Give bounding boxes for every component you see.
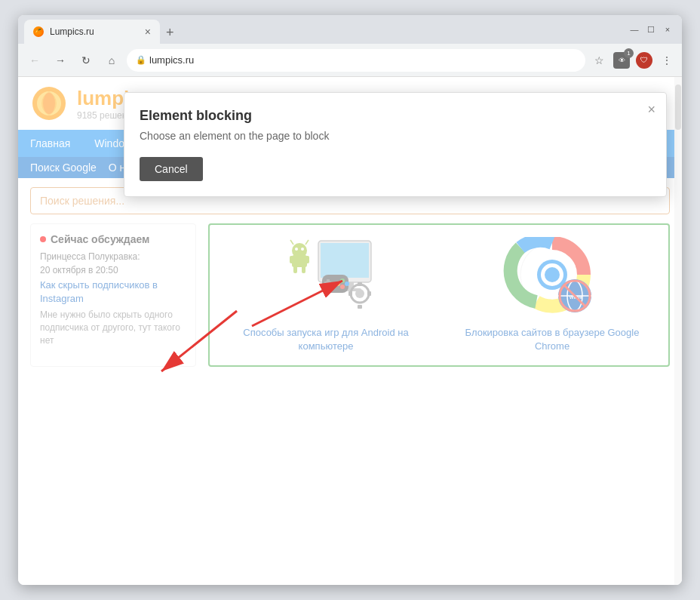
close-window-button[interactable]: × (662, 24, 673, 35)
window-controls: — ☐ × (629, 24, 676, 35)
menu-icon[interactable]: ⋮ (658, 51, 676, 69)
ext-badge: 👁 (619, 57, 625, 64)
dialog-close-button[interactable]: × (647, 102, 655, 118)
active-tab[interactable]: 🍊 Lumpics.ru × (24, 20, 160, 44)
ext-badge-count: 1 (624, 48, 634, 58)
tab-close-button[interactable]: × (145, 26, 151, 38)
element-blocking-dialog: Element blocking Choose an element on th… (124, 92, 667, 197)
url-input[interactable]: 🔒 lumpics.ru (127, 49, 585, 72)
bookmark-icon[interactable]: ☆ (590, 51, 608, 69)
toolbar-icons: ☆ 👁 1 🛡 ⋮ (590, 51, 676, 69)
tab-favicon: 🍊 (33, 26, 44, 37)
dialog-description: Choose an element on the page to block (140, 130, 651, 142)
extension-icon-1[interactable]: 👁 1 (612, 51, 631, 69)
address-bar: ← → ↻ ⌂ 🔒 lumpics.ru ☆ 👁 1 (18, 44, 682, 77)
reload-button[interactable]: ↻ (75, 50, 97, 71)
tab-label: Lumpics.ru (50, 26, 94, 37)
ext2-icon: 🛡 (640, 56, 648, 64)
tabs-area: 🍊 Lumpics.ru × + (24, 15, 626, 44)
cancel-button[interactable]: Cancel (140, 157, 203, 181)
maximize-button[interactable]: ☐ (646, 24, 656, 35)
url-text: lumpics.ru (149, 54, 194, 66)
forward-button[interactable]: → (50, 50, 71, 71)
minimize-button[interactable]: — (629, 24, 640, 35)
back-button[interactable]: ← (24, 50, 45, 71)
title-bar: 🍊 Lumpics.ru × + — ☐ × (18, 15, 682, 44)
home-button[interactable]: ⌂ (101, 50, 122, 71)
lock-icon: 🔒 (136, 55, 146, 65)
new-tab-button[interactable]: + (160, 22, 180, 44)
extension-icon-2[interactable]: 🛡 (635, 51, 653, 69)
content-area: lumpi 9185 решени Главная Window Поиск G… (18, 77, 682, 585)
dialog-title: Element blocking (140, 108, 651, 124)
